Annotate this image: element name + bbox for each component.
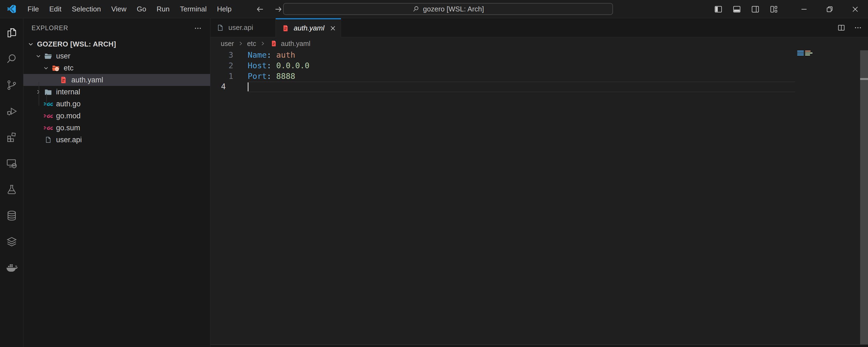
tree-item-label: go.sum xyxy=(56,124,80,132)
menu-help[interactable]: Help xyxy=(212,0,237,18)
tree-item-go-mod[interactable]: GO go.mod xyxy=(23,110,210,122)
chevron-down-icon xyxy=(42,65,50,71)
tree-item-user[interactable]: user xyxy=(23,50,210,62)
menu-selection[interactable]: Selection xyxy=(67,0,106,18)
yaml-value: 0.0.0.0 xyxy=(276,61,309,70)
source-control-icon[interactable] xyxy=(0,72,23,98)
tree-item-label: internal xyxy=(56,88,80,96)
tree-item-label: auth.go xyxy=(56,100,81,108)
editor-bottom-edge xyxy=(210,344,868,347)
split-editor-icon[interactable] xyxy=(837,23,846,32)
tree-item-label: go.mod xyxy=(56,112,81,120)
yaml-value: 8888 xyxy=(276,72,295,81)
menu-run[interactable]: Run xyxy=(151,0,175,18)
minimap[interactable] xyxy=(797,50,816,56)
folder-closed-icon xyxy=(43,88,53,96)
line-number: 1 xyxy=(210,72,233,81)
yaml-separator: : xyxy=(267,50,276,60)
tree-item-auth-yaml[interactable]: auth.yaml xyxy=(23,74,210,86)
toggle-primary-sidebar-icon[interactable] xyxy=(712,3,724,15)
menu-terminal[interactable]: Terminal xyxy=(175,0,212,18)
indent-guide xyxy=(39,82,39,106)
back-arrow-icon[interactable] xyxy=(253,2,267,16)
titlebar-controls xyxy=(712,0,868,18)
tab-auth-yaml[interactable]: auth.yaml xyxy=(276,18,341,37)
explorer-header: EXPLORER xyxy=(23,18,210,38)
minimap-line xyxy=(797,55,816,56)
run-and-debug-icon[interactable] xyxy=(0,98,23,124)
tree-item-user-api[interactable]: user.api xyxy=(23,134,210,146)
yaml-file-icon xyxy=(270,40,277,47)
tree-item-label: etc xyxy=(64,64,73,72)
tab-user-api[interactable]: user.api xyxy=(210,18,276,37)
tree-item-etc[interactable]: etc xyxy=(23,62,210,74)
tree-item-internal[interactable]: internal xyxy=(23,86,210,98)
close-tab-icon[interactable] xyxy=(329,24,336,33)
generic-file-icon xyxy=(216,24,224,32)
toggle-panel-icon[interactable] xyxy=(731,3,743,15)
search-icon xyxy=(412,5,420,13)
close-window-button[interactable] xyxy=(842,0,868,18)
code-content: Port: 8888 xyxy=(233,72,295,81)
yaml-file-icon xyxy=(59,76,68,84)
indent-guide xyxy=(46,94,47,106)
title-bar: File Edit Selection View Go Run Terminal… xyxy=(0,0,868,18)
layers-icon[interactable] xyxy=(0,229,23,255)
svg-text:GO: GO xyxy=(46,102,53,107)
minimize-button[interactable] xyxy=(791,0,817,18)
docker-icon[interactable] xyxy=(0,255,23,281)
explorer-icon[interactable] xyxy=(0,20,23,46)
code-line-1: 3 Name: auth xyxy=(210,50,860,60)
search-view-icon[interactable] xyxy=(0,46,23,72)
command-center-label: gozero [WSL: Arch] xyxy=(423,5,484,13)
vscode-logo-icon xyxy=(6,4,17,14)
breadcrumb-item-auth-yaml[interactable]: auth.yaml xyxy=(281,40,310,47)
folder-config-icon xyxy=(51,64,60,72)
code-line-2: 2 Host: 0.0.0.0 xyxy=(210,60,860,71)
more-actions-ellipsis-icon[interactable] xyxy=(854,24,862,32)
svg-text:GO: GO xyxy=(46,126,53,131)
toggle-secondary-sidebar-icon[interactable] xyxy=(749,3,761,15)
tree-item-go-sum[interactable]: GO go.sum xyxy=(23,122,210,134)
explorer-actions-ellipsis-icon[interactable] xyxy=(194,24,202,32)
customize-layout-icon[interactable] xyxy=(768,3,780,15)
remote-explorer-icon[interactable] xyxy=(0,150,23,176)
chevron-right-icon xyxy=(238,40,244,46)
tree-item-label: auth.yaml xyxy=(71,76,103,84)
vscode-window: File Edit Selection View Go Run Terminal… xyxy=(0,0,868,347)
chevron-down-icon xyxy=(27,40,35,47)
menu-view[interactable]: View xyxy=(106,0,132,18)
minimap-line xyxy=(797,50,816,52)
menu-file[interactable]: File xyxy=(22,0,44,18)
chevron-right-icon xyxy=(34,89,42,95)
breadcrumb: user etc auth.yaml xyxy=(210,37,868,50)
tree-item-label: user xyxy=(56,52,70,60)
chevron-right-icon xyxy=(260,40,266,46)
restore-button[interactable] xyxy=(817,0,842,18)
database-icon[interactable] xyxy=(0,203,23,229)
extensions-icon[interactable] xyxy=(0,124,23,150)
menu-edit[interactable]: Edit xyxy=(44,0,67,18)
layout-controls xyxy=(712,3,780,15)
line-number: 2 xyxy=(210,61,233,70)
yaml-key: Port xyxy=(248,72,267,81)
tree-item-auth-go[interactable]: GO auth.go xyxy=(23,98,210,110)
code-content: Name: auth xyxy=(233,50,295,60)
command-center-search[interactable]: gozero [WSL: Arch] xyxy=(283,3,613,15)
code-line-3: 1 Port: 8888 xyxy=(210,71,860,81)
yaml-separator: : xyxy=(267,72,276,81)
explorer-title: EXPLORER xyxy=(32,25,68,32)
menu-go[interactable]: Go xyxy=(132,0,152,18)
breadcrumb-item-user[interactable]: user xyxy=(221,40,234,47)
editor-scrollbar[interactable] xyxy=(860,50,868,344)
activity-bar xyxy=(0,18,23,347)
text-cursor xyxy=(248,82,249,91)
breadcrumb-item-etc[interactable]: etc xyxy=(247,40,256,47)
testing-flask-icon[interactable] xyxy=(0,176,23,203)
yaml-separator: : xyxy=(267,61,276,70)
tree-root-gozero[interactable]: GOZERO [WSL: ARCH] xyxy=(23,38,210,50)
tab-label: user.api xyxy=(228,23,253,32)
code-area[interactable]: 3 Name: auth 2 Host: 0.0.0.0 1 Port: 888… xyxy=(210,50,860,92)
go-file-icon: GO xyxy=(43,100,53,107)
svg-text:GO: GO xyxy=(46,114,53,119)
